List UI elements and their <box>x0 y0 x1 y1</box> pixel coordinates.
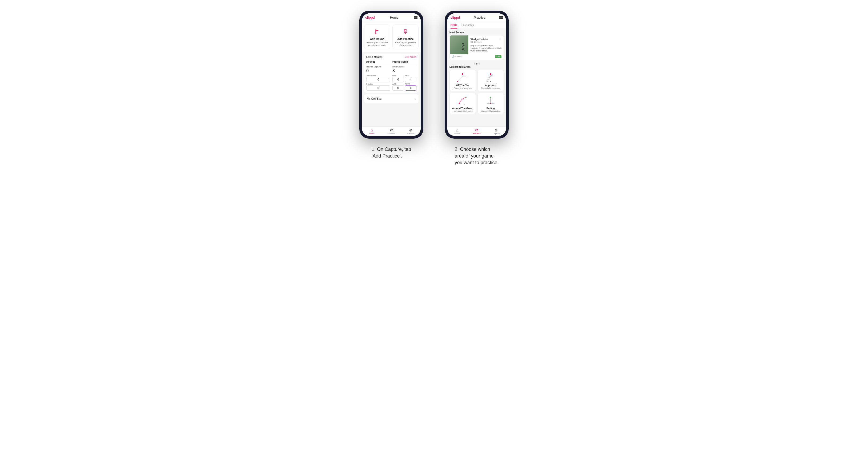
featured-drill-card[interactable]: Wedge Ladder 50–100 yds ☆ Play 1 shot at… <box>450 35 504 60</box>
tournament-label: Tournament <box>366 75 390 76</box>
phone-1-screen: clippd Home <box>362 13 421 136</box>
tournament-stat: Tournament 0 <box>366 75 390 82</box>
home-icon-2: ⌂ <box>456 128 458 132</box>
skill-card-off-the-tee[interactable]: Off The Tee Power and accuracy <box>450 70 476 91</box>
carousel-dots <box>450 62 504 66</box>
page-wrapper: clippd Home <box>359 11 509 166</box>
bottom-nav-2: ⌂ Home ⇄ Activities ⊕ Capture <box>447 126 506 136</box>
approach-icon <box>485 72 497 83</box>
phone-2-screen: clippd Practice Drills Favourites Most P… <box>447 13 506 136</box>
svg-point-18 <box>464 104 465 105</box>
hamburger-menu-2[interactable] <box>499 16 503 19</box>
featured-drill-image <box>450 35 468 54</box>
add-round-title: Add Round <box>370 38 384 40</box>
around-the-green-desc: Hone your short game <box>453 110 472 112</box>
featured-drill-info: Wedge Ladder 50–100 yds ☆ Play 1 shot at… <box>468 35 503 54</box>
around-the-green-title: Around The Green <box>452 107 473 110</box>
capture-icon-1: ⊕ <box>409 128 412 132</box>
drills-capture-label: Drills Capture <box>393 66 416 68</box>
skill-card-putting[interactable]: Putting Make and lag practice <box>477 93 504 114</box>
svg-point-12 <box>462 73 463 75</box>
practice-content: Most Popular <box>447 29 506 126</box>
ott-label: OTT <box>393 75 404 76</box>
home-icon-1: ⌂ <box>371 128 373 132</box>
stats-period-label: Last 3 Months <box>366 56 382 58</box>
golf-bag-row[interactable]: My Golf Bag › <box>364 94 418 103</box>
skill-card-approach[interactable]: Approach Dial-in to hit the green <box>477 70 504 91</box>
svg-point-14 <box>490 73 491 75</box>
svg-point-15 <box>490 81 491 82</box>
featured-drill-desc: Play 1 shot at each target yardage. If y… <box>470 44 501 52</box>
phone-section-2: clippd Practice Drills Favourites Most P… <box>445 11 509 166</box>
screen-content-1: Add Round Record your shots fast or enha… <box>362 22 421 126</box>
nav-activities-label-1: Activities <box>388 132 395 135</box>
drills-sub-stats: OTT 0 APP 4 <box>393 75 416 82</box>
app-badge: APP <box>495 55 501 58</box>
app-bar-title-1: Home <box>390 16 399 20</box>
add-practice-desc: Capture your practice off-the-course <box>394 41 417 47</box>
phone-section-1: clippd Home <box>359 11 423 159</box>
explore-label: Explore skill areas <box>450 66 504 68</box>
tab-drills[interactable]: Drills <box>451 22 457 29</box>
practice-label: Practice <box>366 83 390 85</box>
nav-home-label-1: Home <box>369 132 375 135</box>
dot-1[interactable] <box>474 63 475 64</box>
tournament-value: 0 <box>366 77 390 82</box>
drills-row2: ARG 0 PUTT 4 <box>393 83 416 91</box>
nav-capture-label-1: Capture <box>407 132 414 135</box>
svg-line-11 <box>463 48 464 51</box>
nav-capture-1[interactable]: ⊕ Capture <box>401 128 421 135</box>
nav-home-label-2: Home <box>455 132 460 135</box>
stats-header: Last 3 Months View Activity <box>366 56 416 58</box>
off-the-tee-desc: Power and accuracy <box>454 87 472 89</box>
app-logo-2: clippd <box>451 15 460 20</box>
add-round-card[interactable]: Add Round Record your shots fast or enha… <box>364 25 390 49</box>
activities-icon-2: ⇄ <box>475 128 478 132</box>
arg-value: 0 <box>393 85 404 91</box>
shots-label: 🕐 9 shots <box>452 56 461 58</box>
featured-drill-title: Wedge Ladder <box>470 38 488 40</box>
off-the-tee-icon <box>457 72 469 83</box>
view-activity-link[interactable]: View Activity <box>405 56 416 58</box>
nav-activities-1[interactable]: ⇄ Activities <box>381 128 401 135</box>
practice-stat: Practice 0 <box>366 83 390 91</box>
dot-2[interactable] <box>476 63 477 64</box>
rounds-capture-label: Rounds Capture <box>366 66 390 68</box>
app-logo-1: clippd <box>365 15 375 20</box>
stats-section: Last 3 Months View Activity Rounds Round… <box>364 54 418 93</box>
dot-3[interactable] <box>478 63 480 64</box>
hamburger-menu-1[interactable] <box>414 16 417 19</box>
capture-icon-2: ⊕ <box>495 128 498 132</box>
nav-activities-2[interactable]: ⇄ Activities <box>467 128 486 135</box>
skill-grid: Off The Tee Power and accuracy <box>450 70 504 114</box>
nav-capture-label-2: Capture <box>493 132 500 135</box>
chevron-right-icon: › <box>415 97 416 101</box>
nav-capture-2[interactable]: ⊕ Capture <box>487 128 506 135</box>
approach-title: Approach <box>485 84 496 87</box>
add-practice-card[interactable]: Add Practice Capture your practice off-t… <box>393 25 418 49</box>
putting-title: Putting <box>487 107 495 110</box>
drills-title: Practice Drills <box>393 61 416 64</box>
tab-favourites[interactable]: Favourites <box>461 22 474 29</box>
shots-count: 9 shots <box>455 56 461 58</box>
caption-2: 2. Choose whicharea of your gameyou want… <box>455 146 498 166</box>
putting-icon <box>485 95 497 106</box>
app-bar-2: clippd Practice <box>447 13 506 22</box>
nav-home-1[interactable]: ⌂ Home <box>362 128 381 135</box>
phone-2: clippd Practice Drills Favourites Most P… <box>445 11 509 138</box>
svg-point-6 <box>462 43 464 44</box>
nav-home-2[interactable]: ⌂ Home <box>447 128 467 135</box>
add-practice-title: Add Practice <box>397 38 413 40</box>
flag-icon <box>373 27 381 36</box>
nav-activities-label-2: Activities <box>473 132 480 135</box>
app-value: 4 <box>405 77 416 82</box>
off-the-tee-title: Off The Tee <box>456 84 469 87</box>
golf-bag-label: My Golf Bag <box>367 97 381 100</box>
star-icon[interactable]: ☆ <box>499 38 501 40</box>
arg-label: ARG <box>393 83 404 85</box>
featured-drill-footer: 🕐 9 shots APP <box>450 54 503 60</box>
rounds-title: Rounds <box>366 61 390 64</box>
skill-card-around-the-green[interactable]: Around The Green Hone your short game <box>450 93 476 114</box>
activities-icon-1: ⇄ <box>390 128 393 132</box>
svg-point-22 <box>490 103 491 104</box>
